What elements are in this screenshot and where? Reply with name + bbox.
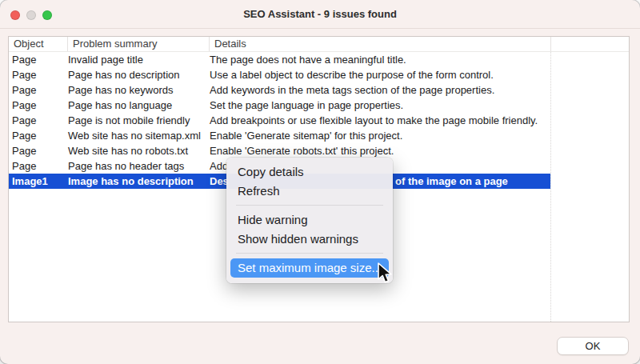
cell-object: Page xyxy=(9,158,67,174)
menu-separator xyxy=(236,253,383,254)
column-header-extra xyxy=(550,37,629,51)
table-row[interactable]: Page Web site has no robots.txt Enable '… xyxy=(9,143,629,158)
table-row[interactable]: Page Page has no keywords Add keywords i… xyxy=(9,82,629,98)
window-title: SEO Assistant - 9 issues found xyxy=(0,0,640,29)
table-row[interactable]: Page Web site has no sitemap.xml Enable … xyxy=(9,128,629,143)
cell-details: Enable 'Generate sitemap' for this proje… xyxy=(209,128,629,143)
menu-separator xyxy=(236,205,383,206)
table-row[interactable]: Page Invalid page title The page does no… xyxy=(9,52,629,67)
table-header: Object Problem summary Details xyxy=(9,37,629,52)
table-row[interactable]: Page Page has no language Set the page l… xyxy=(9,98,629,113)
column-separator-dotted xyxy=(550,52,551,322)
cell-object: Page xyxy=(9,113,67,128)
cell-details: The page does not have a meaningful titl… xyxy=(209,52,629,67)
cell-problem: Page has no description xyxy=(67,67,209,82)
cell-object: Page xyxy=(9,143,67,158)
context-menu: Copy details Refresh Hide warning Show h… xyxy=(226,158,393,283)
cell-object: Page xyxy=(9,52,67,67)
cell-problem: Page has no language xyxy=(67,98,209,113)
cell-problem: Page has no keywords xyxy=(67,82,209,98)
menu-item-set-maximum-image-size[interactable]: Set maximum image size... xyxy=(230,258,389,278)
column-header-details[interactable]: Details xyxy=(209,37,550,51)
cell-details: Enable 'Generate robots.txt' this projec… xyxy=(209,143,629,158)
cell-object: Page xyxy=(9,98,67,113)
cell-problem: Web site has no sitemap.xml xyxy=(67,128,209,143)
details-fragment-end: of the image on a page xyxy=(395,174,508,189)
cell-details: Add keywords in the meta tags section of… xyxy=(209,82,629,98)
menu-item-copy-details[interactable]: Copy details xyxy=(226,162,393,182)
column-header-object[interactable]: Object xyxy=(9,37,67,51)
cell-details: Set the page language in page properties… xyxy=(209,98,629,113)
column-header-problem[interactable]: Problem summary xyxy=(67,37,209,51)
cell-object: Image1 xyxy=(9,174,67,189)
menu-item-hide-warning[interactable]: Hide warning xyxy=(226,210,393,230)
cell-details: Add breakpoints or use flexible layout t… xyxy=(209,113,629,128)
titlebar: SEO Assistant - 9 issues found xyxy=(0,0,640,29)
cell-details: Use a label object to describe the purpo… xyxy=(209,67,629,82)
cell-problem: Image has no description xyxy=(67,174,209,189)
cell-object: Page xyxy=(9,82,67,98)
cell-problem: Page has no header tags xyxy=(67,158,209,174)
cell-problem: Invalid page title xyxy=(67,52,209,67)
table-row[interactable]: Page Page is not mobile friendly Add bre… xyxy=(9,113,629,128)
menu-item-show-hidden-warnings[interactable]: Show hidden warnings xyxy=(226,230,393,249)
seo-assistant-dialog: SEO Assistant - 9 issues found Object Pr… xyxy=(0,0,640,364)
ok-button[interactable]: OK xyxy=(557,337,629,355)
cell-problem: Web site has no robots.txt xyxy=(67,143,209,158)
cell-problem: Page is not mobile friendly xyxy=(67,113,209,128)
menu-item-refresh[interactable]: Refresh xyxy=(226,182,393,201)
table-row[interactable]: Page Page has no description Use a label… xyxy=(9,67,629,82)
mouse-cursor-icon xyxy=(377,262,394,288)
cell-object: Page xyxy=(9,67,67,82)
cell-object: Page xyxy=(9,128,67,143)
